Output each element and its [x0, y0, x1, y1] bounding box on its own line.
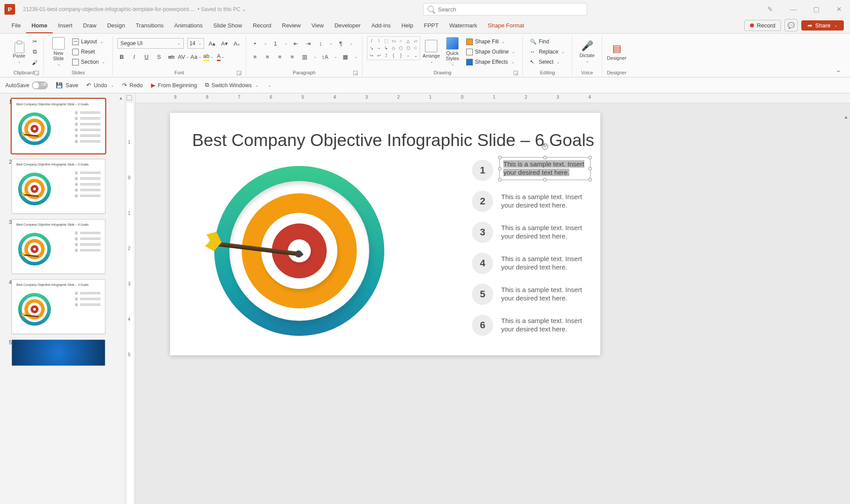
shape-outline-button[interactable]: Shape Outline⌄	[464, 48, 518, 56]
goal-number-circle[interactable]: 3	[472, 222, 493, 243]
underline-button[interactable]: U	[142, 52, 151, 61]
goal-number-circle[interactable]: 6	[472, 315, 493, 336]
scroll-up-icon[interactable]: ▲	[842, 113, 850, 121]
char-spacing-button[interactable]: AV⌄	[179, 52, 188, 61]
tab-shape-format[interactable]: Shape Format	[483, 19, 529, 33]
comments-button[interactable]: 💬	[784, 19, 798, 31]
slide-thumbnail-3[interactable]: Best Company Objective Infographic Slide…	[12, 219, 105, 274]
font-name-combo[interactable]: Segoe UI⌄	[117, 38, 184, 49]
scroll-up-icon[interactable]: ▲	[118, 95, 124, 101]
save-button[interactable]: 💾Save	[56, 82, 78, 88]
tab-view[interactable]: View	[306, 19, 329, 33]
qat-customize-button[interactable]: ⌄	[267, 83, 271, 88]
layout-button[interactable]: Layout⌄	[70, 38, 108, 46]
from-beginning-button[interactable]: ▶From Beginning	[151, 82, 197, 88]
resize-handle[interactable]	[543, 178, 547, 181]
tab-addins[interactable]: Add-ins	[366, 19, 396, 33]
slide-title[interactable]: Best Company Objective Infographic Slide…	[192, 131, 594, 150]
tab-animations[interactable]: Animations	[169, 19, 208, 33]
resize-handle[interactable]	[588, 156, 592, 159]
goal-text[interactable]: This is a sample text. Insert your desir…	[501, 317, 584, 334]
goal-text[interactable]: This is a sample text. Insert your desir…	[501, 255, 584, 272]
goal-text[interactable]: This is a sample text. Insert your desir…	[501, 193, 584, 210]
resize-handle[interactable]	[498, 156, 502, 159]
text-direction-button[interactable]: ¶	[336, 39, 345, 48]
font-size-combo[interactable]: 14⌄	[187, 38, 204, 49]
goal-text[interactable]: This is a sample text. Insert your desir…	[501, 224, 584, 241]
section-button[interactable]: Section⌄	[70, 58, 108, 66]
autosave-toggle[interactable]: AutoSave	[5, 81, 48, 89]
resize-handle[interactable]	[588, 167, 592, 170]
slide-1[interactable]: Best Company Objective Infographic Slide…	[170, 113, 600, 355]
goal-number-circle[interactable]: 2	[472, 191, 493, 212]
tab-record[interactable]: Record	[247, 19, 277, 33]
canvas-scrollbar[interactable]: ▲ ▼	[842, 113, 850, 504]
font-launcher[interactable]	[237, 71, 241, 75]
goal-number-circle[interactable]: 1	[472, 160, 493, 181]
decrease-indent-button[interactable]: ⇤	[291, 39, 300, 48]
font-color-button[interactable]: A⌄	[216, 52, 225, 61]
tab-watermark[interactable]: Watermark	[444, 19, 483, 33]
align-left-button[interactable]: ≡	[251, 52, 259, 61]
undo-button[interactable]: ↶Undo⌄	[86, 82, 114, 88]
smartart-button[interactable]: ▦	[341, 52, 350, 61]
goal-number-circle[interactable]: 4	[472, 253, 493, 274]
new-slide-button[interactable]: New Slide⌄	[48, 36, 69, 67]
tab-review[interactable]: Review	[277, 19, 306, 33]
search-input[interactable]	[423, 3, 587, 15]
resize-handle[interactable]	[498, 178, 502, 181]
tab-fppt[interactable]: FPPT	[418, 19, 444, 33]
cut-button[interactable]: ✂	[30, 37, 39, 46]
resize-handle[interactable]	[588, 178, 592, 181]
increase-indent-button[interactable]: ⇥	[304, 39, 313, 48]
dictate-button[interactable]: 🎤Dictate⌄	[577, 36, 597, 67]
resize-handle[interactable]	[498, 167, 502, 170]
thumbnails-scrollbar[interactable]: ▲ ▼	[118, 95, 124, 504]
slide-thumbnail-1[interactable]: Best Company Objective Infographic Slide…	[12, 99, 105, 154]
tab-insert[interactable]: Insert	[53, 19, 78, 33]
shrink-font-button[interactable]: A▾	[220, 39, 229, 48]
align-text-button[interactable]: ↕A	[321, 52, 329, 61]
selected-textbox[interactable]: This is a sample text. Insert your desir…	[499, 157, 591, 180]
clipboard-launcher[interactable]	[35, 71, 39, 75]
minimize-button[interactable]: —	[787, 5, 800, 13]
ribbon-collapse-button[interactable]: ⌄	[831, 64, 846, 76]
slide-thumbnail-4[interactable]: Best Company Objective Infographic Slide…	[12, 279, 105, 334]
slide-thumbnail-5[interactable]	[12, 339, 105, 366]
bullets-button[interactable]: •	[251, 39, 259, 48]
slide-thumbnail-2[interactable]: Best Company Objective Infographic Slide…	[12, 159, 105, 214]
italic-button[interactable]: I	[130, 52, 139, 61]
close-button[interactable]: ✕	[833, 5, 846, 13]
shape-fill-button[interactable]: Shape Fill⌄	[464, 38, 518, 46]
record-button[interactable]: Record	[744, 20, 781, 31]
line-spacing-button[interactable]: ↕	[316, 39, 325, 48]
draw-mode-icon[interactable]: ✎	[764, 5, 777, 13]
reset-button[interactable]: Reset	[70, 48, 108, 56]
select-button[interactable]: ↖Select⌄	[527, 58, 568, 66]
resize-handle[interactable]	[543, 156, 547, 159]
target-graphic[interactable]	[214, 166, 384, 336]
copy-button[interactable]: ⧉	[30, 47, 39, 56]
drawing-launcher[interactable]	[514, 71, 518, 75]
tab-transitions[interactable]: Transitions	[130, 19, 169, 33]
maximize-button[interactable]: ▢	[810, 5, 823, 13]
shapes-gallery[interactable]: /\⬚▭○△▱ ↘↔↳◇⬠⬡☆ ↪↩⤴{}⬨⌄	[367, 36, 420, 60]
strike-button[interactable]: ab	[167, 52, 176, 61]
designer-button[interactable]: ▤Designer	[607, 36, 627, 67]
arrange-button[interactable]: Arrange⌄	[421, 36, 441, 67]
tab-design[interactable]: Design	[102, 19, 130, 33]
change-case-button[interactable]: Aa⌄	[192, 52, 201, 61]
find-button[interactable]: 🔍Find	[527, 38, 568, 46]
numbering-button[interactable]: 1	[271, 39, 280, 48]
bold-button[interactable]: B	[117, 52, 126, 61]
tab-help[interactable]: Help	[396, 19, 419, 33]
tab-slideshow[interactable]: Slide Show	[208, 19, 247, 33]
tab-file[interactable]: File	[6, 19, 26, 33]
justify-button[interactable]: ≡	[288, 52, 297, 61]
goal-number-circle[interactable]: 5	[472, 284, 493, 305]
align-right-button[interactable]: ≡	[275, 52, 284, 61]
goal-text[interactable]: This is a sample text. Insert your desir…	[501, 286, 584, 303]
tab-draw[interactable]: Draw	[78, 19, 102, 33]
switch-windows-button[interactable]: ⧉Switch Windows⌄	[205, 82, 259, 88]
quick-styles-button[interactable]: Quick Styles⌄	[442, 36, 463, 67]
